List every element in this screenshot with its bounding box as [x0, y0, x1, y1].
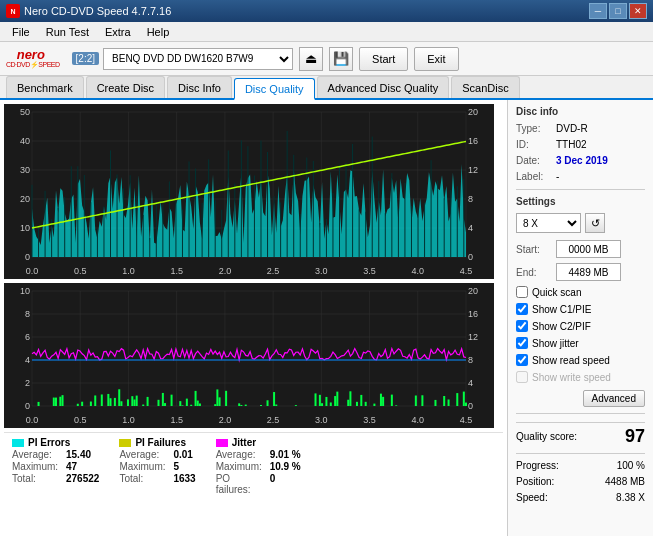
jitter-label: Show jitter [532, 338, 579, 349]
type-value: DVD-R [556, 123, 588, 134]
tab-advanced-disc-quality[interactable]: Advanced Disc Quality [317, 76, 450, 98]
menu-file[interactable]: File [4, 23, 38, 41]
pi-failures-total-label: Total: [119, 473, 169, 484]
jitter-legend: Jitter Average: 9.01 % Maximum: 10.9 % P… [216, 437, 301, 495]
label-label: Label: [516, 171, 552, 182]
quick-scan-row: Quick scan [516, 286, 645, 298]
tab-benchmark[interactable]: Benchmark [6, 76, 84, 98]
date-value: 3 Dec 2019 [556, 155, 608, 166]
divider1 [516, 189, 645, 190]
c2-pif-checkbox[interactable] [516, 320, 528, 332]
position-row: Position: 4488 MB [516, 476, 645, 487]
jitter-row: Show jitter [516, 337, 645, 349]
tab-disc-quality[interactable]: Disc Quality [234, 78, 315, 100]
pi-errors-avg-value: 15.40 [66, 449, 91, 460]
jitter-color [216, 439, 228, 447]
pi-failures-color [119, 439, 131, 447]
pi-errors-legend: PI Errors Average: 15.40 Maximum: 47 Tot… [12, 437, 99, 495]
write-speed-checkbox [516, 371, 528, 383]
pi-failures-total-value: 1633 [173, 473, 195, 484]
main-content: PI Errors Average: 15.40 Maximum: 47 Tot… [0, 100, 653, 536]
label-value: - [556, 171, 559, 182]
menu-run-test[interactable]: Run Test [38, 23, 97, 41]
nero-sub-logo: CD·DVD⚡SPEED [6, 61, 60, 69]
maximize-button[interactable]: □ [609, 3, 627, 19]
read-speed-checkbox[interactable] [516, 354, 528, 366]
app-icon: N [6, 4, 20, 18]
id-label: ID: [516, 139, 552, 150]
tab-bar: Benchmark Create Disc Disc Info Disc Qua… [0, 76, 653, 100]
settings-title: Settings [516, 196, 645, 207]
write-speed-row: Show write speed [516, 371, 645, 383]
start-button[interactable]: Start [359, 47, 408, 71]
read-speed-label: Show read speed [532, 355, 610, 366]
pi-errors-title: PI Errors [28, 437, 70, 448]
speed-value: 8.38 X [616, 492, 645, 503]
pi-errors-avg-label: Average: [12, 449, 62, 460]
jitter-max-label: Maximum: [216, 461, 266, 472]
id-value: TTH02 [556, 139, 587, 150]
divider2 [516, 413, 645, 414]
eject-button[interactable]: ⏏ [299, 47, 323, 71]
pi-errors-color [12, 439, 24, 447]
divider3 [516, 453, 645, 454]
top-chart-container [4, 104, 503, 279]
drive-select[interactable]: BENQ DVD DD DW1620 B7W9 [103, 48, 293, 70]
drive-badge: [2:2] [72, 52, 99, 65]
nero-logo-container: nero CD·DVD⚡SPEED [6, 48, 60, 69]
quality-score-row: Quality score: 97 [516, 422, 645, 447]
toolbar: nero CD·DVD⚡SPEED [2:2] BENQ DVD DD DW16… [0, 42, 653, 76]
position-value: 4488 MB [605, 476, 645, 487]
save-button[interactable]: 💾 [329, 47, 353, 71]
progress-row: Progress: 100 % [516, 460, 645, 471]
quality-score-value: 97 [625, 426, 645, 447]
pi-errors-total-label: Total: [12, 473, 62, 484]
tab-scan-disc[interactable]: ScanDisc [451, 76, 519, 98]
minimize-button[interactable]: ─ [589, 3, 607, 19]
start-input[interactable] [556, 240, 621, 258]
bottom-chart-container [4, 283, 503, 428]
tab-create-disc[interactable]: Create Disc [86, 76, 165, 98]
quality-score-label: Quality score: [516, 431, 577, 442]
progress-value: 100 % [617, 460, 645, 471]
jitter-checkbox[interactable] [516, 337, 528, 349]
jitter-title: Jitter [232, 437, 256, 448]
speed-row-bottom: Speed: 8.38 X [516, 492, 645, 503]
speed-select[interactable]: 8 X [516, 213, 581, 233]
read-speed-row: Show read speed [516, 354, 645, 366]
start-label: Start: [516, 244, 552, 255]
pi-failures-max-label: Maximum: [119, 461, 169, 472]
menu-extra[interactable]: Extra [97, 23, 139, 41]
tab-disc-info[interactable]: Disc Info [167, 76, 232, 98]
pi-failures-title: PI Failures [135, 437, 186, 448]
title-bar: N Nero CD-DVD Speed 4.7.7.16 ─ □ ✕ [0, 0, 653, 22]
close-button[interactable]: ✕ [629, 3, 647, 19]
legend-area: PI Errors Average: 15.40 Maximum: 47 Tot… [4, 432, 503, 499]
write-speed-label: Show write speed [532, 372, 611, 383]
exit-button[interactable]: Exit [414, 47, 458, 71]
c1-pie-checkbox[interactable] [516, 303, 528, 315]
disc-info-title: Disc info [516, 106, 645, 117]
c2-pif-row: Show C2/PIF [516, 320, 645, 332]
right-panel: Disc info Type: DVD-R ID: TTH02 Date: 3 … [508, 100, 653, 536]
title-text: Nero CD-DVD Speed 4.7.7.16 [24, 5, 171, 17]
pi-failures-legend: PI Failures Average: 0.01 Maximum: 5 Tot… [119, 437, 195, 495]
jitter-avg-value: 9.01 % [270, 449, 301, 460]
quick-scan-checkbox[interactable] [516, 286, 528, 298]
jitter-po-value: 0 [270, 473, 276, 495]
end-input[interactable] [556, 263, 621, 281]
refresh-button[interactable]: ↺ [585, 213, 605, 233]
drive-selector: [2:2] BENQ DVD DD DW1620 B7W9 [72, 48, 293, 70]
type-label: Type: [516, 123, 552, 134]
pi-errors-max-value: 47 [66, 461, 77, 472]
nero-logo: nero [17, 48, 45, 61]
menu-help[interactable]: Help [139, 23, 178, 41]
chart-area: PI Errors Average: 15.40 Maximum: 47 Tot… [0, 100, 508, 536]
quick-scan-label: Quick scan [532, 287, 581, 298]
advanced-button[interactable]: Advanced [583, 390, 645, 407]
pi-failures-avg-label: Average: [119, 449, 169, 460]
position-label: Position: [516, 476, 554, 487]
window-controls: ─ □ ✕ [589, 3, 647, 19]
speed-row: 8 X ↺ [516, 213, 645, 233]
bottom-chart [4, 283, 494, 428]
